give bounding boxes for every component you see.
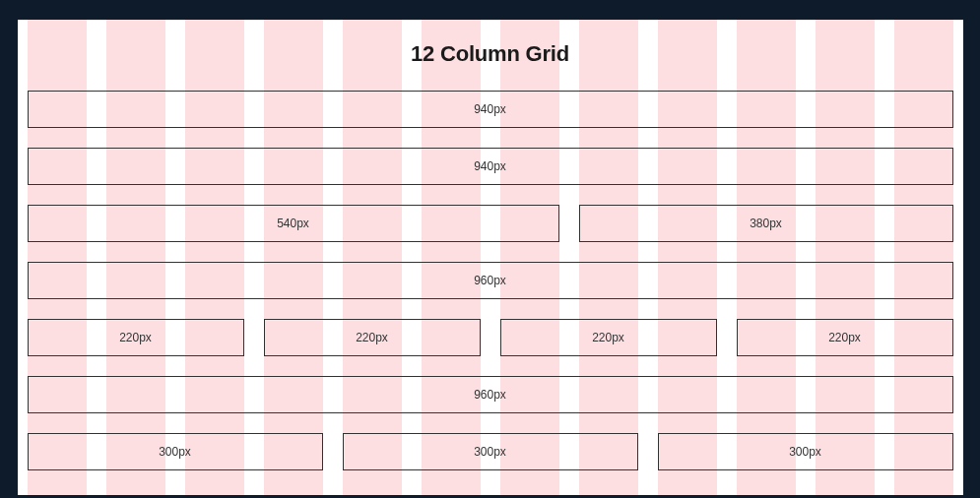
box-label: 220px [828, 331, 861, 344]
grid-row: 220px 220px 220px 220px [28, 319, 953, 356]
box-label: 220px [592, 331, 624, 344]
grid-row: 960px [28, 262, 953, 299]
grid-row: 300px 300px 300px [28, 433, 953, 470]
grid-row: 940px [28, 91, 953, 128]
grid-box-960: 960px [28, 376, 953, 413]
box-label: 940px [474, 159, 506, 173]
box-label: 960px [474, 388, 506, 402]
grid-box-300: 300px [28, 433, 323, 470]
grid-stage: 12 Column Grid 940px 940px 540px 380px 9… [18, 20, 963, 495]
grid-box-960: 960px [28, 262, 953, 299]
grid-content: 12 Column Grid 940px 940px 540px 380px 9… [18, 20, 963, 470]
page-title: 12 Column Grid [411, 41, 569, 67]
box-label: 220px [119, 331, 152, 344]
box-label: 540px [277, 217, 309, 230]
grid-box-940: 940px [28, 148, 953, 185]
grid-box-220: 220px [737, 319, 953, 356]
box-label: 300px [789, 445, 821, 459]
grid-box-300: 300px [658, 433, 953, 470]
grid-box-380: 380px [579, 205, 953, 242]
grid-row: 540px 380px [28, 205, 953, 242]
grid-box-220: 220px [264, 319, 481, 356]
box-label: 300px [474, 445, 506, 459]
box-label: 220px [356, 331, 388, 344]
grid-box-220: 220px [28, 319, 244, 356]
grid-box-540: 540px [28, 205, 559, 242]
box-label: 300px [159, 445, 191, 459]
grid-box-220: 220px [500, 319, 717, 356]
grid-row: 940px [28, 148, 953, 185]
grid-row: 960px [28, 376, 953, 413]
box-label: 940px [474, 102, 506, 116]
grid-box-940: 940px [28, 91, 953, 128]
box-label: 960px [474, 274, 506, 287]
box-label: 380px [750, 217, 782, 230]
grid-box-300: 300px [343, 433, 638, 470]
